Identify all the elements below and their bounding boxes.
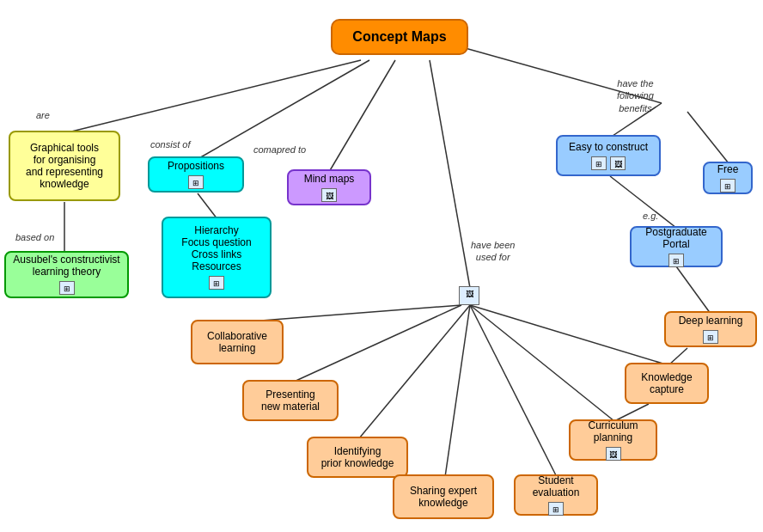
node-curriculum-icons: 🖼 bbox=[605, 446, 622, 462]
node-hierarchy: HierarchyFocus questionCross linksResour… bbox=[162, 217, 272, 298]
node-mindmaps-label: Mind maps bbox=[304, 173, 355, 185]
svg-line-14 bbox=[292, 305, 461, 382]
node-presenting: Presentingnew material bbox=[242, 380, 339, 421]
node-root: Concept Maps bbox=[331, 19, 468, 55]
link-label-comparedto: comapred to bbox=[253, 144, 306, 155]
node-curriculumplanning: Curriculumplanning 🖼 bbox=[569, 419, 657, 461]
table-icon8: ⊞ bbox=[548, 502, 564, 516]
link-label-consistof: consist of bbox=[150, 139, 190, 150]
node-knowledgecapture-label: Knowledgecapture bbox=[641, 371, 692, 395]
node-sharing-label: Sharing expertknowledge bbox=[410, 485, 477, 509]
svg-line-17 bbox=[470, 305, 557, 477]
node-easytoconstruct: Easy to construct ⊞ 🖼 bbox=[556, 135, 661, 176]
node-easy-icons: ⊞ 🖼 bbox=[590, 156, 626, 171]
node-graphical: Graphical toolsfor organisingand represe… bbox=[9, 131, 120, 201]
link-label-basedon: based on bbox=[15, 232, 54, 242]
node-studenteval-label: Studentevaluation bbox=[533, 474, 580, 498]
node-postgraduate-label: PostgraduatePortal bbox=[645, 226, 706, 250]
table-icon7: ⊞ bbox=[703, 330, 718, 344]
node-hierarchy-label: HierarchyFocus questionCross linksResour… bbox=[181, 224, 251, 272]
image-icon: 🖼 bbox=[321, 188, 337, 202]
node-graphical-label: Graphical toolsfor organisingand represe… bbox=[26, 142, 103, 190]
link-label-are: are bbox=[36, 110, 50, 120]
svg-line-9 bbox=[676, 266, 711, 314]
table-icon4: ⊞ bbox=[591, 156, 607, 170]
node-hierarchy-icons: ⊞ bbox=[208, 275, 225, 290]
node-free-icons: ⊞ bbox=[719, 178, 736, 193]
node-easytoconstruct-label: Easy to construct bbox=[569, 141, 648, 153]
node-studenteval: Studentevaluation ⊞ bbox=[514, 474, 598, 516]
image-icon3: 🖼 bbox=[606, 447, 621, 461]
table-icon6: ⊞ bbox=[668, 254, 684, 267]
node-deeplearning: Deep learning ⊞ bbox=[664, 311, 757, 347]
node-collaborative-label: Collaborativelearning bbox=[207, 330, 267, 354]
node-presenting-label: Presentingnew material bbox=[261, 388, 320, 413]
node-deeplearning-label: Deep learning bbox=[679, 315, 743, 327]
node-propositions-icons: ⊞ bbox=[187, 174, 204, 190]
node-free: Free ⊞ bbox=[703, 162, 753, 194]
node-mindmaps: Mind maps 🖼 bbox=[287, 169, 371, 205]
node-collaborative: Collaborativelearning bbox=[191, 320, 284, 364]
node-curriculumplanning-label: Curriculumplanning bbox=[588, 419, 638, 443]
svg-line-16 bbox=[445, 305, 470, 477]
node-ausubel-icons: ⊞ bbox=[58, 280, 76, 296]
node-knowledgecapture: Knowledgecapture bbox=[625, 363, 709, 404]
svg-line-12 bbox=[430, 60, 470, 288]
table-icon2: ⊞ bbox=[188, 175, 204, 189]
svg-line-4 bbox=[329, 60, 395, 172]
node-hub: 🖼 bbox=[455, 282, 483, 309]
node-sharing: Sharing expertknowledge bbox=[393, 474, 494, 519]
node-postgraduate-icons: ⊞ bbox=[668, 253, 685, 268]
table-icon5: ⊞ bbox=[720, 179, 736, 193]
svg-line-19 bbox=[470, 305, 668, 365]
link-label-benefits: have thefollowingbenefits bbox=[617, 77, 654, 114]
link-label-eg: e.g. bbox=[643, 211, 658, 221]
node-identifying: Identifyingprior knowledge bbox=[307, 437, 408, 478]
node-student-icons: ⊞ bbox=[547, 501, 565, 517]
node-identifying-label: Identifyingprior knowledge bbox=[321, 445, 394, 469]
node-propositions-label: Propositions bbox=[168, 160, 224, 172]
node-ausubel-label: Ausubel's constructivistlearning theory bbox=[13, 254, 119, 278]
image-icon2: 🖼 bbox=[610, 156, 626, 170]
node-ausubel: Ausubel's constructivistlearning theory … bbox=[4, 251, 129, 298]
table-icon3: ⊞ bbox=[209, 276, 224, 290]
node-postgraduate: PostgraduatePortal ⊞ bbox=[630, 226, 723, 267]
node-root-label: Concept Maps bbox=[352, 29, 446, 45]
concept-map-canvas: are based on consist of comapred to have… bbox=[0, 0, 763, 532]
table-icon: ⊞ bbox=[59, 281, 75, 295]
svg-line-18 bbox=[470, 305, 614, 421]
hub-icon: 🖼 bbox=[459, 286, 479, 305]
node-deep-icons: ⊞ bbox=[702, 329, 719, 345]
node-free-label: Free bbox=[717, 163, 739, 175]
node-propositions: Propositions ⊞ bbox=[148, 156, 244, 193]
svg-line-0 bbox=[64, 60, 361, 133]
svg-line-3 bbox=[198, 193, 217, 219]
node-mindmaps-icons: 🖼 bbox=[320, 187, 338, 203]
svg-line-15 bbox=[359, 305, 470, 438]
link-label-havebeenusedfor: have beenused for bbox=[471, 239, 515, 264]
svg-line-7 bbox=[687, 112, 729, 163]
